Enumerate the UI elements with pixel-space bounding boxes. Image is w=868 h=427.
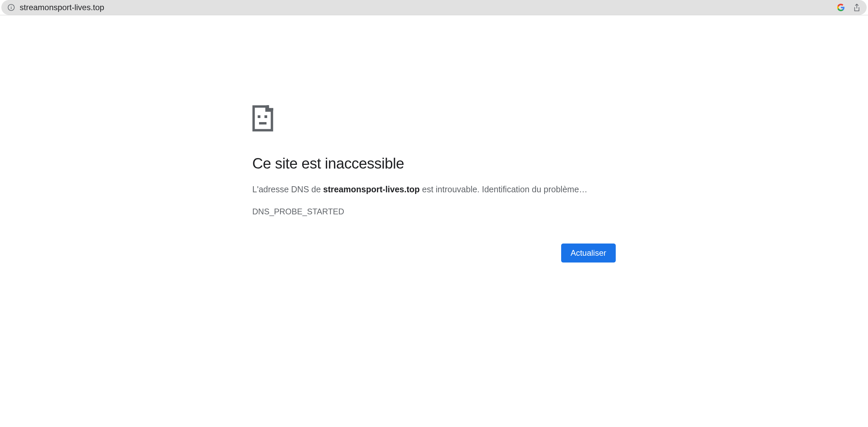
address-bar[interactable]: streamonsport-lives.top xyxy=(1,0,867,15)
error-code: DNS_PROBE_STARTED xyxy=(252,207,616,216)
svg-point-2 xyxy=(11,6,12,6)
svg-rect-3 xyxy=(258,115,260,118)
error-container: Ce site est inaccessible L'adresse DNS d… xyxy=(252,15,616,263)
svg-rect-5 xyxy=(259,122,267,124)
error-title: Ce site est inaccessible xyxy=(252,155,616,172)
error-domain: streamonsport-lives.top xyxy=(323,185,420,194)
url-text[interactable]: streamonsport-lives.top xyxy=(20,3,837,12)
address-bar-actions xyxy=(837,3,861,12)
share-icon[interactable] xyxy=(853,3,861,12)
error-message-prefix: L'adresse DNS de xyxy=(252,185,323,194)
svg-rect-4 xyxy=(264,115,267,118)
error-message: L'adresse DNS de streamonsport-lives.top… xyxy=(252,182,616,197)
sad-page-icon xyxy=(252,105,616,133)
google-icon[interactable] xyxy=(837,3,845,12)
reload-button[interactable]: Actualiser xyxy=(561,244,616,263)
info-icon[interactable] xyxy=(7,4,15,11)
error-message-suffix: est introuvable. Identification du probl… xyxy=(420,185,588,194)
button-wrapper: Actualiser xyxy=(252,244,616,263)
